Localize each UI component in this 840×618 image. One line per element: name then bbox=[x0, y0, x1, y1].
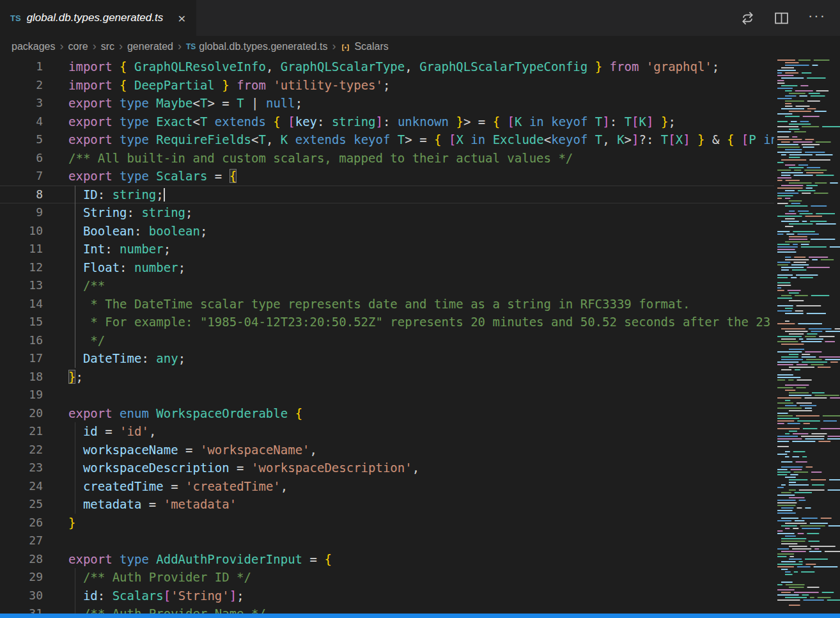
code-line[interactable]: 28export type AddAuthProviderInput = { bbox=[0, 550, 774, 569]
code-text[interactable]: /** Auth Provider ID */ bbox=[43, 568, 774, 587]
code-line[interactable]: 30 id: Scalars['String']; bbox=[0, 587, 774, 605]
split-editor-icon[interactable] bbox=[774, 11, 789, 26]
line-number[interactable]: 14 bbox=[0, 295, 43, 313]
line-number[interactable]: 18 bbox=[0, 368, 43, 386]
code-line[interactable]: 21 id = 'id', bbox=[0, 422, 774, 441]
code-text[interactable]: */ bbox=[43, 331, 774, 350]
line-number[interactable]: 2 bbox=[0, 76, 43, 95]
line-number[interactable]: 28 bbox=[0, 550, 43, 569]
code-text[interactable]: export type Scalars = { bbox=[43, 167, 774, 186]
code-text[interactable]: /** All built-in and custom scalars, map… bbox=[43, 149, 774, 168]
line-number[interactable]: 1 bbox=[0, 58, 43, 76]
open-changes-icon[interactable] bbox=[740, 11, 755, 26]
breadcrumb-item-Scalars[interactable]: Scalars bbox=[340, 41, 388, 52]
code-text[interactable]: export enum WorkspaceOrderable { bbox=[43, 404, 774, 423]
breadcrumb-item-src[interactable]: src bbox=[101, 41, 114, 52]
code-line[interactable]: 12 Float: number; bbox=[0, 258, 774, 277]
close-icon[interactable]: × bbox=[178, 12, 185, 25]
breadcrumb-item-generated[interactable]: generated bbox=[127, 41, 173, 52]
code-text[interactable]: import { GraphQLResolveInfo, GraphQLScal… bbox=[43, 58, 774, 76]
line-number[interactable]: 7 bbox=[0, 167, 43, 186]
code-text[interactable]: Float: number; bbox=[43, 258, 774, 277]
line-number[interactable]: 11 bbox=[0, 240, 43, 258]
tab-global.db.types.generated.ts[interactable]: TS global.db.types.generated.ts × bbox=[0, 0, 196, 36]
code-line[interactable]: 20export enum WorkspaceOrderable { bbox=[0, 404, 774, 423]
code-text[interactable]: /** bbox=[43, 276, 774, 295]
line-number[interactable]: 8 bbox=[0, 186, 43, 204]
code-line[interactable]: 19 bbox=[0, 386, 774, 404]
line-number[interactable]: 6 bbox=[0, 149, 43, 168]
line-number[interactable]: 30 bbox=[0, 587, 43, 605]
code-text[interactable]: createdTime = 'createdTime', bbox=[43, 477, 774, 496]
line-number[interactable]: 29 bbox=[0, 568, 43, 587]
code-text[interactable]: workspaceDescription = 'workspaceDescrip… bbox=[43, 459, 774, 477]
code-line[interactable]: 10 Boolean: boolean; bbox=[0, 222, 774, 241]
code-text[interactable]: } bbox=[43, 514, 774, 532]
code-line[interactable]: 27 bbox=[0, 532, 774, 550]
code-text[interactable]: Boolean: boolean; bbox=[43, 222, 774, 241]
code-text[interactable]: workspaceName = 'workspaceName', bbox=[43, 441, 774, 459]
code-text[interactable]: id = 'id', bbox=[43, 422, 774, 441]
code-line[interactable]: 16 */ bbox=[0, 331, 774, 350]
code-text[interactable]: * For example: "1985-04-12T23:20:50.52Z"… bbox=[43, 313, 774, 331]
more-actions-icon[interactable]: ··· bbox=[808, 9, 826, 23]
code-line[interactable]: 26} bbox=[0, 514, 774, 532]
line-number[interactable]: 19 bbox=[0, 386, 43, 404]
code-line[interactable]: 7export type Scalars = { bbox=[0, 167, 774, 186]
code-line[interactable]: 18}; bbox=[0, 368, 774, 386]
line-number[interactable]: 20 bbox=[0, 404, 43, 423]
code-text[interactable]: ID: string; bbox=[43, 186, 774, 204]
line-number[interactable]: 16 bbox=[0, 331, 43, 350]
line-number[interactable]: 22 bbox=[0, 441, 43, 459]
code-text[interactable]: id: Scalars['String']; bbox=[43, 587, 774, 605]
line-number[interactable]: 3 bbox=[0, 94, 43, 113]
line-number[interactable]: 4 bbox=[0, 113, 43, 131]
minimap[interactable] bbox=[774, 58, 840, 613]
code-text[interactable]: export type AddAuthProviderInput = { bbox=[43, 550, 774, 569]
line-number[interactable]: 23 bbox=[0, 459, 43, 477]
code-text[interactable]: * The DateTime scalar type represents da… bbox=[43, 295, 774, 313]
code-line[interactable]: 25 metadata = 'metadata' bbox=[0, 495, 774, 514]
line-number[interactable]: 5 bbox=[0, 131, 43, 149]
line-number[interactable]: 26 bbox=[0, 514, 43, 532]
code-text[interactable]: import { DeepPartial } from 'utility-typ… bbox=[43, 76, 774, 95]
code-line[interactable]: 9 String: string; bbox=[0, 203, 774, 222]
code-line[interactable]: 13 /** bbox=[0, 276, 774, 295]
code-line[interactable]: 4export type Exact<T extends { [key: str… bbox=[0, 113, 774, 131]
breadcrumb-item-packages[interactable]: packages bbox=[12, 41, 56, 52]
code-line[interactable]: 17 DateTime: any; bbox=[0, 349, 774, 368]
breadcrumb-item-global.db.types.generated.ts[interactable]: TSglobal.db.types.generated.ts bbox=[186, 41, 327, 52]
code-line[interactable]: 23 workspaceDescription = 'workspaceDesc… bbox=[0, 459, 774, 477]
line-number[interactable]: 9 bbox=[0, 203, 43, 222]
line-number[interactable]: 25 bbox=[0, 495, 43, 514]
line-number[interactable]: 21 bbox=[0, 422, 43, 441]
code-line[interactable]: 1import { GraphQLResolveInfo, GraphQLSca… bbox=[0, 58, 774, 76]
code-text[interactable]: export type Maybe<T> = T | null; bbox=[43, 94, 774, 113]
code-line[interactable]: 2import { DeepPartial } from 'utility-ty… bbox=[0, 76, 774, 95]
code-text[interactable] bbox=[43, 532, 774, 550]
code-line[interactable]: 14 * The DateTime scalar type represents… bbox=[0, 295, 774, 313]
code-line[interactable]: 29 /** Auth Provider ID */ bbox=[0, 568, 774, 587]
code-line[interactable]: 6/** All built-in and custom scalars, ma… bbox=[0, 149, 774, 168]
code-line[interactable]: 24 createdTime = 'createdTime', bbox=[0, 477, 774, 496]
code-line[interactable]: 15 * For example: "1985-04-12T23:20:50.5… bbox=[0, 313, 774, 331]
horizontal-scrollbar[interactable] bbox=[0, 614, 840, 618]
code-text[interactable]: }; bbox=[43, 368, 774, 386]
code-text[interactable]: String: string; bbox=[43, 203, 774, 222]
code-line[interactable]: 8 ID: string; bbox=[0, 186, 774, 204]
line-number[interactable]: 24 bbox=[0, 477, 43, 496]
editor[interactable]: 1import { GraphQLResolveInfo, GraphQLSca… bbox=[0, 58, 774, 618]
code-text[interactable] bbox=[43, 386, 774, 404]
code-line[interactable]: 3export type Maybe<T> = T | null; bbox=[0, 94, 774, 113]
line-number[interactable]: 13 bbox=[0, 276, 43, 295]
code-line[interactable]: 11 Int: number; bbox=[0, 240, 774, 258]
code-text[interactable]: export type Exact<T extends { [key: stri… bbox=[43, 113, 774, 131]
line-number[interactable]: 10 bbox=[0, 222, 43, 241]
code-line[interactable]: 22 workspaceName = 'workspaceName', bbox=[0, 441, 774, 459]
code-line[interactable]: 5export type RequireFields<T, K extends … bbox=[0, 131, 774, 149]
line-number[interactable]: 17 bbox=[0, 349, 43, 368]
code-text[interactable]: export type RequireFields<T, K extends k… bbox=[43, 131, 774, 149]
line-number[interactable]: 15 bbox=[0, 313, 43, 331]
line-number[interactable]: 27 bbox=[0, 532, 43, 550]
code-text[interactable]: DateTime: any; bbox=[43, 349, 774, 368]
